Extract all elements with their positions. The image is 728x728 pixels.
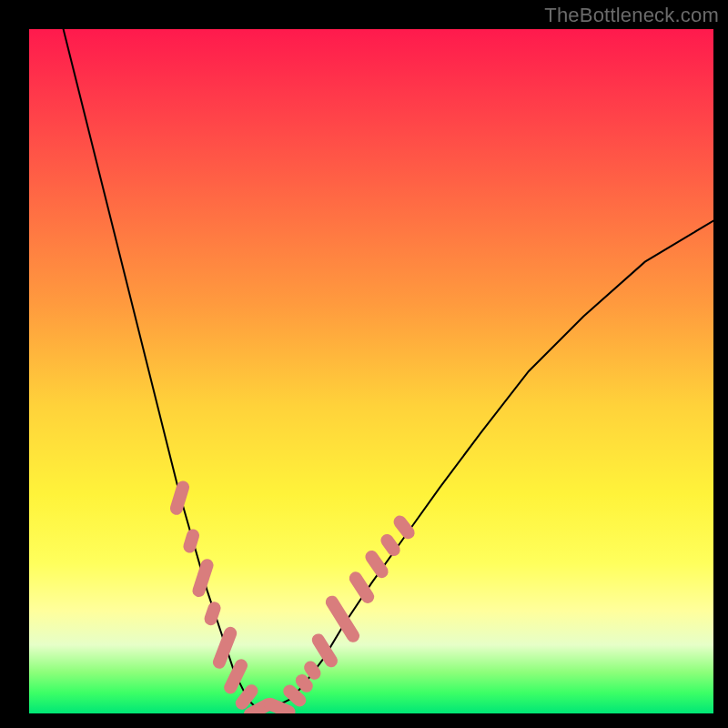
plot-area bbox=[29, 29, 713, 713]
left-segment-markers-2 bbox=[191, 557, 216, 599]
svg-rect-1 bbox=[182, 528, 201, 554]
svg-rect-17 bbox=[391, 513, 418, 541]
svg-rect-14 bbox=[347, 570, 377, 606]
right-segment-markers-9 bbox=[391, 513, 418, 541]
watermark-text: TheBottleneck.com bbox=[544, 4, 719, 27]
left-segment-markers-3 bbox=[203, 600, 223, 627]
right-segment-markers-5 bbox=[323, 593, 361, 644]
right-segment-markers-6 bbox=[347, 570, 377, 606]
curve-right-curve bbox=[262, 221, 713, 713]
left-segment-markers-1 bbox=[182, 528, 201, 554]
chart-frame: TheBottleneck.com bbox=[0, 0, 728, 728]
curve-left-curve bbox=[64, 29, 262, 713]
svg-rect-4 bbox=[211, 625, 238, 671]
left-segment-markers-4 bbox=[211, 625, 238, 671]
chart-canvas bbox=[29, 29, 713, 713]
svg-rect-0 bbox=[168, 480, 191, 517]
svg-rect-3 bbox=[203, 600, 223, 627]
svg-rect-13 bbox=[323, 593, 361, 644]
left-segment-markers-0 bbox=[168, 480, 191, 517]
svg-rect-2 bbox=[191, 557, 216, 599]
